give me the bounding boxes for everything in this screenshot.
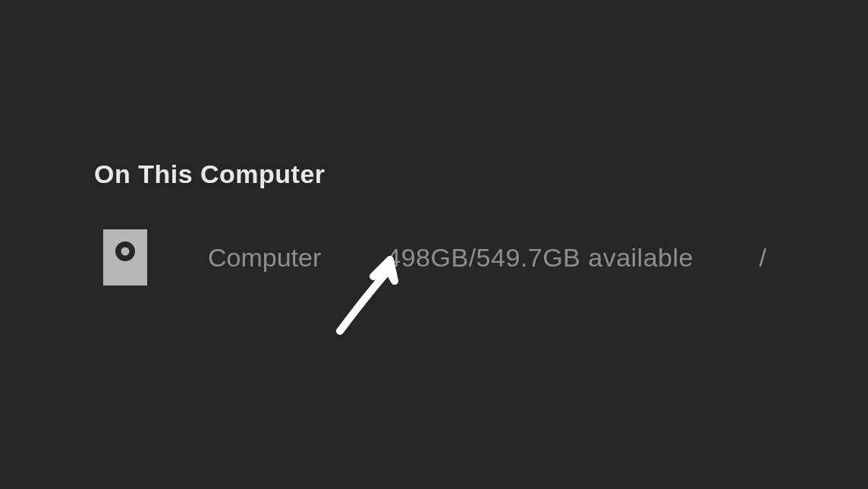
- disk-mount: /: [760, 243, 786, 273]
- disk-name: Computer: [208, 243, 321, 273]
- disk-icon: [103, 229, 147, 286]
- svg-point-1: [121, 248, 130, 256]
- section-title: On This Computer: [94, 159, 326, 189]
- disk-row[interactable]: Computer 498GB/549.7GB available /: [103, 229, 786, 286]
- disk-storage: 498GB/549.7GB available: [386, 243, 693, 273]
